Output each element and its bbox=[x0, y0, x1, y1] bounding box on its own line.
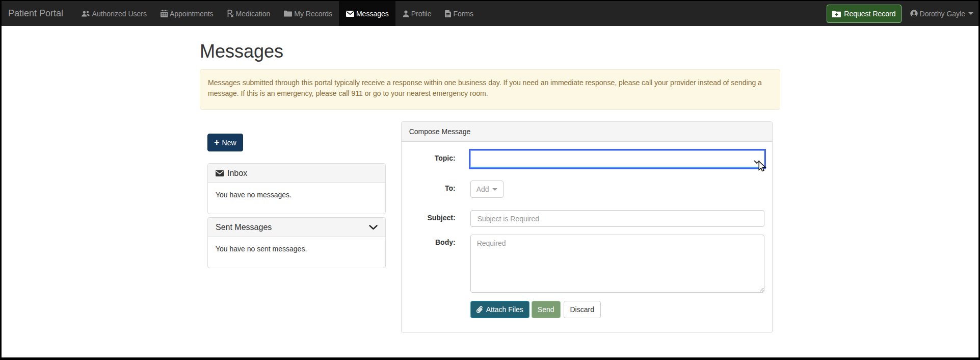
body-controls bbox=[470, 235, 764, 293]
file-icon bbox=[445, 10, 451, 17]
attach-files-button[interactable]: Attach Files bbox=[470, 301, 529, 318]
sent-empty-text: You have no sent messages. bbox=[208, 237, 385, 268]
body-textarea[interactable] bbox=[470, 235, 764, 293]
nav-label: Forms bbox=[453, 10, 473, 18]
compose-column: Compose Message Topic: bbox=[393, 121, 780, 333]
caret-down-icon bbox=[968, 12, 973, 15]
sent-messages-heading[interactable]: Sent Messages bbox=[208, 218, 385, 237]
caret-down-icon bbox=[492, 188, 497, 191]
top-navbar: Patient Portal Authorized Users Appointm… bbox=[2, 1, 978, 26]
attach-files-label: Attach Files bbox=[486, 305, 523, 314]
compose-title: Compose Message bbox=[409, 127, 471, 136]
to-controls: Add bbox=[470, 181, 764, 198]
nav-item-messages[interactable]: Messages bbox=[339, 1, 395, 26]
inbox-empty-text: You have no messages. bbox=[208, 183, 385, 214]
inbox-title: Inbox bbox=[227, 169, 247, 178]
main-container: Messages Messages submitted through this… bbox=[192, 41, 788, 333]
body-form-group: Body: bbox=[409, 235, 764, 293]
nav-item-appointments[interactable]: Appointments bbox=[153, 1, 220, 26]
topic-select[interactable] bbox=[470, 150, 764, 168]
user-icon bbox=[403, 10, 409, 17]
compose-panel-body: Topic: To: bbox=[402, 142, 772, 332]
rx-icon bbox=[227, 10, 234, 17]
envelope-dark-icon bbox=[216, 170, 224, 176]
subject-form-group: Subject: bbox=[409, 210, 764, 227]
calendar-icon bbox=[161, 10, 168, 17]
nav-label: My Records bbox=[294, 10, 332, 18]
request-record-label: Request Record bbox=[844, 10, 895, 18]
actions-controls: Attach Files Send Discard bbox=[470, 301, 764, 318]
new-button-label: New bbox=[222, 139, 236, 147]
plus-icon: + bbox=[214, 138, 220, 147]
topic-form-group: Topic: bbox=[409, 150, 764, 168]
navbar-right: Request Record Dorothy Gayle bbox=[827, 1, 973, 26]
messages-sidebar: + New Inbox You have no messages. Sent M… bbox=[200, 121, 393, 268]
patient-portal-app: Patient Portal Authorized Users Appointm… bbox=[0, 0, 980, 360]
discard-button[interactable]: Discard bbox=[564, 301, 601, 318]
nav-item-my-records[interactable]: My Records bbox=[277, 1, 339, 26]
chevron-down-icon[interactable] bbox=[369, 225, 378, 230]
nav-item-profile[interactable]: Profile bbox=[395, 1, 438, 26]
nav-item-forms[interactable]: Forms bbox=[438, 1, 481, 26]
folder-icon bbox=[284, 10, 292, 17]
add-recipient-button[interactable]: Add bbox=[470, 181, 504, 198]
portal-response-alert: Messages submitted through this portal t… bbox=[200, 69, 780, 110]
nav-label: Profile bbox=[411, 10, 432, 18]
nav-label: Messages bbox=[356, 10, 389, 18]
compose-panel-heading: Compose Message bbox=[402, 122, 772, 142]
user-name: Dorothy Gayle bbox=[920, 10, 965, 18]
folder-plus-icon bbox=[832, 10, 841, 17]
discard-label: Discard bbox=[570, 305, 594, 314]
to-form-group: To: Add bbox=[409, 181, 764, 198]
nav-label: Medication bbox=[236, 10, 271, 18]
paperclip-icon bbox=[476, 306, 483, 314]
subject-input[interactable] bbox=[470, 210, 764, 227]
topic-label: Topic: bbox=[409, 150, 470, 162]
compose-message-panel: Compose Message Topic: bbox=[401, 121, 773, 333]
nav-label: Authorized Users bbox=[92, 10, 147, 18]
body-label: Body: bbox=[409, 235, 470, 246]
sent-messages-panel: Sent Messages You have no sent messages. bbox=[207, 217, 386, 268]
select-chevron-icon bbox=[754, 157, 760, 166]
nav-item-medication[interactable]: Medication bbox=[220, 1, 277, 26]
subject-controls bbox=[470, 210, 764, 227]
send-button[interactable]: Send bbox=[532, 301, 561, 318]
page-title: Messages bbox=[200, 41, 780, 62]
content-row: + New Inbox You have no messages. Sent M… bbox=[200, 121, 780, 333]
add-button-label: Add bbox=[476, 185, 489, 193]
nav-label: Appointments bbox=[170, 10, 214, 18]
inbox-panel-heading[interactable]: Inbox bbox=[208, 164, 385, 183]
nav-item-authorized-users[interactable]: Authorized Users bbox=[74, 1, 153, 26]
brand-patient-portal[interactable]: Patient Portal bbox=[8, 1, 63, 26]
to-label: To: bbox=[409, 181, 470, 192]
main-nav: Authorized Users Appointments Medication… bbox=[74, 1, 481, 26]
subject-label: Subject: bbox=[409, 210, 470, 222]
sent-messages-title: Sent Messages bbox=[216, 223, 272, 232]
alert-text: Messages submitted through this portal t… bbox=[208, 79, 762, 97]
actions-form-group: Attach Files Send Discard bbox=[409, 301, 764, 318]
new-message-button[interactable]: + New bbox=[207, 134, 243, 151]
users-icon bbox=[81, 10, 90, 17]
send-label: Send bbox=[538, 305, 554, 314]
user-menu[interactable]: Dorothy Gayle bbox=[910, 10, 973, 18]
topic-controls bbox=[470, 150, 764, 168]
envelope-icon bbox=[346, 11, 354, 17]
actions-spacer bbox=[409, 301, 470, 304]
request-record-button[interactable]: Request Record bbox=[827, 5, 901, 23]
inbox-panel: Inbox You have no messages. bbox=[207, 163, 386, 214]
user-circle-icon bbox=[910, 10, 918, 17]
